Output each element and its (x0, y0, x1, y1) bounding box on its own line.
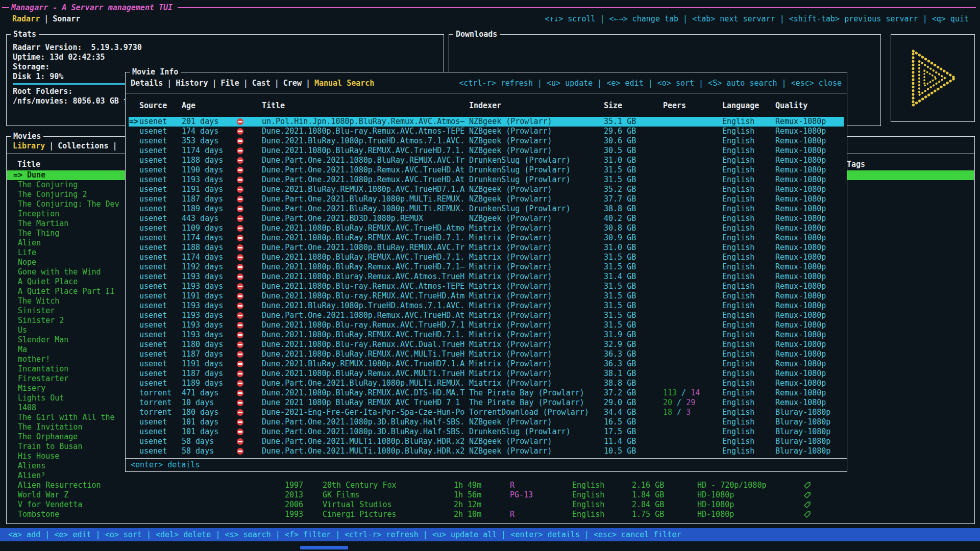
release-title: Dune.2021.1080p.BluRay.Remux.AVC.TrueHD.… (262, 262, 464, 272)
release-row[interactable]: usenet1187 daysDune.2021.1080p.BluRay.RE… (129, 349, 844, 359)
movies-tab-collections[interactable]: Collections (58, 141, 108, 151)
release-row[interactable]: usenet1174 daysDune.2021.1080p.BluRay.RE… (129, 146, 844, 156)
movie-list-item[interactable]: Tombstone1993Cinergi Pictures2h 10mREngl… (7, 510, 974, 519)
release-title: Dune.2021.BluRay.REMUX.1080p.AVC.TrueHD7… (262, 185, 464, 194)
movie-info-tab-cast[interactable]: Cast (252, 79, 271, 88)
release-row[interactable]: usenet353 daysDune.2021.BluRay.1080p.Tru… (129, 136, 844, 146)
managarr-screen: Managarr - A Servarr management TUI Rada… (0, 0, 980, 551)
release-row[interactable]: usenet1187 daysDune.2021.1080p.BluRay.Re… (129, 369, 844, 379)
release-row[interactable]: usenet443 daysDune.Part.One.2021.BD3D.10… (129, 214, 844, 223)
movie-info-footer-separator-line (126, 458, 847, 459)
release-row[interactable]: usenet58 daysDune.Part.One.2021.MULTi.10… (129, 446, 844, 456)
release-row[interactable]: usenet58 daysDune.Part.One.2021.MULTi.10… (129, 437, 844, 446)
release-language: English (722, 185, 754, 194)
movie-list-item[interactable]: Alien³ (7, 471, 974, 481)
release-row[interactable]: usenet1187 daysDune.Part.One.2021.BluRay… (129, 194, 844, 204)
movie-size: 2.16 GB (632, 481, 664, 490)
release-age: 1191 days (182, 291, 223, 301)
release-age: 1174 days (182, 233, 223, 243)
title-line (178, 7, 976, 8)
release-source: usenet (139, 291, 167, 301)
servarr-tabs: Radarr|Sonarr (12, 13, 80, 24)
movie-info-tab-history[interactable]: History (176, 79, 208, 88)
release-size: 31.5 GB (604, 165, 636, 175)
release-size: 30.6 GB (604, 136, 636, 146)
rejected-icon (237, 438, 243, 445)
release-row[interactable]: torrent471 daysDune.2021.1080p.BluRay.RE… (129, 388, 844, 398)
release-row[interactable]: usenet101 daysDune.Part.One.2021.1080p.3… (129, 427, 844, 437)
release-size: 31.0 GB (604, 156, 636, 165)
movies-tab-library[interactable]: Library (13, 141, 45, 151)
stats-panel-title: Stats (11, 30, 39, 39)
leechers-count: 3 (686, 408, 691, 417)
release-row[interactable]: usenet1174 daysDune.2021.1080p.BluRay.RE… (129, 233, 844, 243)
release-row[interactable]: torrent180 daysDune-2021-Eng-Fre-Ger-Ita… (129, 408, 844, 417)
release-row[interactable]: usenet1188 daysDune.Part.One.2021.1080p.… (129, 156, 844, 165)
release-row[interactable]: usenet1193 daysDune.2021.1080p.Bluray.Re… (129, 272, 844, 282)
release-row[interactable]: usenet1191 daysDune.2021.1080p.Blu-ray.R… (129, 291, 844, 301)
release-row[interactable]: usenet1188 daysDune.Part.One.2021.1080p.… (129, 243, 844, 253)
movie-info-tab-crew[interactable]: Crew (283, 79, 302, 88)
release-row[interactable]: usenet1190 daysDune.Part.One.2021.1080p.… (129, 165, 844, 175)
movie-title: Life (18, 248, 36, 258)
app-title: Managarr - A Servarr management TUI (11, 2, 173, 13)
movie-list-item[interactable]: Alien Resurrection199720th Century Fox1h… (7, 481, 974, 490)
release-age: 443 days (182, 214, 218, 223)
release-quality: Bluray-1080p (775, 417, 830, 427)
release-row[interactable]: usenet1174 daysDune.2021.1080p.BluRay.RE… (129, 253, 844, 262)
movie-title: Alien³ (18, 471, 45, 481)
release-title: Dune.Part.One.2021.1080p.Remux.AVC.TrueH… (262, 165, 464, 175)
disk-usage-label: Disk 1: 90% (13, 72, 63, 82)
release-row[interactable]: usenet174 daysDune.2021.1080p.Blu-ray.Re… (129, 127, 844, 136)
release-quality: Remux-1080p (775, 253, 826, 262)
release-row[interactable]: =>usenet201 daysun.Pol.Hin.Jpn.1080p.Blu… (129, 117, 844, 127)
release-language: English (722, 379, 754, 388)
movie-info-tab-file[interactable]: File (221, 79, 239, 88)
release-age: 1187 days (182, 194, 223, 204)
release-title: Dune.2021.BluRay.1080p.TrueHD.Atmos.7.1.… (262, 301, 464, 311)
movie-list-item[interactable]: V for Vendetta2006Virtual Studios2h 12mE… (7, 500, 974, 510)
movie-title: World War Z (18, 490, 68, 500)
release-row[interactable]: usenet1193 daysDune.2021.1080p.Blu-ray.R… (129, 320, 844, 330)
release-row[interactable]: usenet1109 daysDune.2021.1080p.BluRay.RE… (129, 223, 844, 233)
movie-info-tab-manual-search[interactable]: Manual Search (314, 79, 374, 88)
rejected-icon (237, 186, 243, 193)
release-indexer: Miatrix (Prowlarr) (469, 349, 552, 359)
release-title: Dune.2021.1080p.Blu-ray.Remux.AVC.Dual.T… (262, 340, 464, 349)
release-size: 32.9 GB (604, 340, 636, 349)
release-row[interactable]: usenet1193 daysDune.2021.1080p.Blu-ray.R… (129, 282, 844, 291)
tab-separator: | (113, 141, 117, 151)
movie-title: Aliens (18, 461, 45, 471)
release-size: 31.5 GB (604, 320, 636, 330)
movie-info-tab-details[interactable]: Details (131, 79, 163, 88)
release-size: 31.5 GB (604, 311, 636, 320)
release-row[interactable]: usenet1191 daysDune.2021.BluRay.REMUX.10… (129, 359, 844, 369)
servarr-tab-sonarr[interactable]: Sonarr (53, 14, 80, 23)
scrollbar-thumb[interactable] (300, 546, 348, 549)
rejected-icon (237, 215, 243, 222)
selection-marker: => (129, 117, 138, 127)
release-row[interactable]: usenet1193 daysDune.Part.One.2021.1080p.… (129, 175, 844, 185)
release-row[interactable]: torrent10 daysDune 2021 1080p BluRay REM… (129, 398, 844, 408)
release-indexer: DrunkenSlug (Prowlarr) (469, 204, 571, 214)
release-row[interactable]: usenet1192 daysDune.2021.1080p.BluRay.Re… (129, 262, 844, 272)
release-indexer: NZBgeek (Prowlarr) (469, 146, 552, 156)
release-indexer: Miatrix (Prowlarr) (469, 301, 552, 311)
movie-title: Nope (18, 258, 36, 267)
release-row[interactable]: usenet1193 daysDune.2021.1080p.BluRay.RE… (129, 330, 844, 340)
release-age: 1188 days (182, 156, 223, 165)
servarr-tab-radarr[interactable]: Radarr (12, 14, 40, 23)
release-row[interactable]: usenet1193 daysDune.Part.One.2021.1080p.… (129, 311, 844, 320)
movie-list-item[interactable]: World War Z2013GK Films1h 56mPG-13Englis… (7, 490, 974, 500)
release-source: usenet (139, 311, 167, 320)
release-row[interactable]: usenet1191 daysDune.2021.BluRay.REMUX.10… (129, 185, 844, 194)
release-row[interactable]: usenet101 daysDune.Part.One.2021.1080p.3… (129, 417, 844, 427)
movie-runtime: 1h 49m (454, 481, 481, 490)
release-language: English (722, 175, 754, 185)
release-row[interactable]: usenet1193 daysDune.2021.BluRay.1080p.Tr… (129, 301, 844, 311)
release-row[interactable]: usenet1189 daysDune.Part.One.2021.BluRay… (129, 379, 844, 388)
release-row[interactable]: usenet1180 daysDune.2021.1080p.Blu-ray.R… (129, 340, 844, 349)
release-row[interactable]: usenet1189 daysDune.Part.One.2021.BluRay… (129, 204, 844, 214)
release-language: English (722, 388, 754, 398)
tab-separator: | (243, 79, 248, 88)
